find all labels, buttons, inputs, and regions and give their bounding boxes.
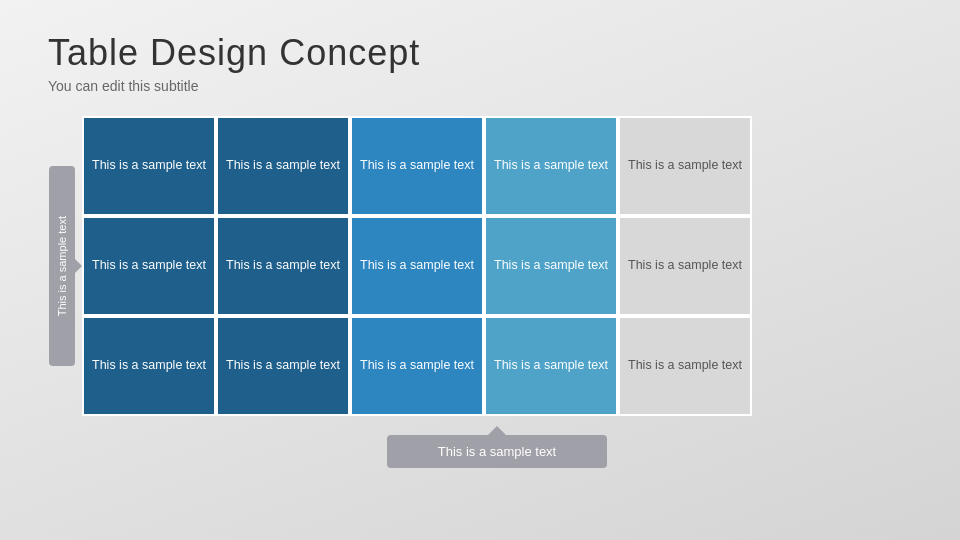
table-cell: This is a sample text (618, 216, 752, 316)
slide: Table Design Concept You can edit this s… (0, 0, 960, 540)
table-grid: This is a sample textThis is a sample te… (82, 116, 912, 416)
table-cell: This is a sample text (350, 116, 484, 216)
table-row: This is a sample textThis is a sample te… (82, 216, 912, 316)
table-cell: This is a sample text (216, 116, 350, 216)
vertical-label-box: This is a sample text (49, 166, 75, 366)
table-cell: This is a sample text (82, 116, 216, 216)
table-cell: This is a sample text (82, 316, 216, 416)
vertical-label-container: This is a sample text (48, 116, 76, 416)
bottom-label-box: This is a sample text (387, 435, 607, 468)
table-row: This is a sample textThis is a sample te… (82, 316, 912, 416)
vertical-label-text: This is a sample text (56, 216, 68, 316)
table-cell: This is a sample text (484, 316, 618, 416)
table-cell: This is a sample text (618, 116, 752, 216)
table-cell: This is a sample text (216, 316, 350, 416)
table-row: This is a sample textThis is a sample te… (82, 116, 912, 216)
table-cell: This is a sample text (484, 116, 618, 216)
bottom-arrow-icon (488, 426, 506, 435)
table-cell: This is a sample text (82, 216, 216, 316)
slide-title: Table Design Concept (48, 32, 912, 74)
table-cell: This is a sample text (350, 216, 484, 316)
slide-subtitle: You can edit this subtitle (48, 78, 912, 94)
table-cell: This is a sample text (216, 216, 350, 316)
table-cell: This is a sample text (484, 216, 618, 316)
table-area: This is a sample text This is a sample t… (48, 116, 912, 416)
table-cell: This is a sample text (350, 316, 484, 416)
bottom-label-area: This is a sample text (82, 426, 912, 468)
table-cell: This is a sample text (618, 316, 752, 416)
